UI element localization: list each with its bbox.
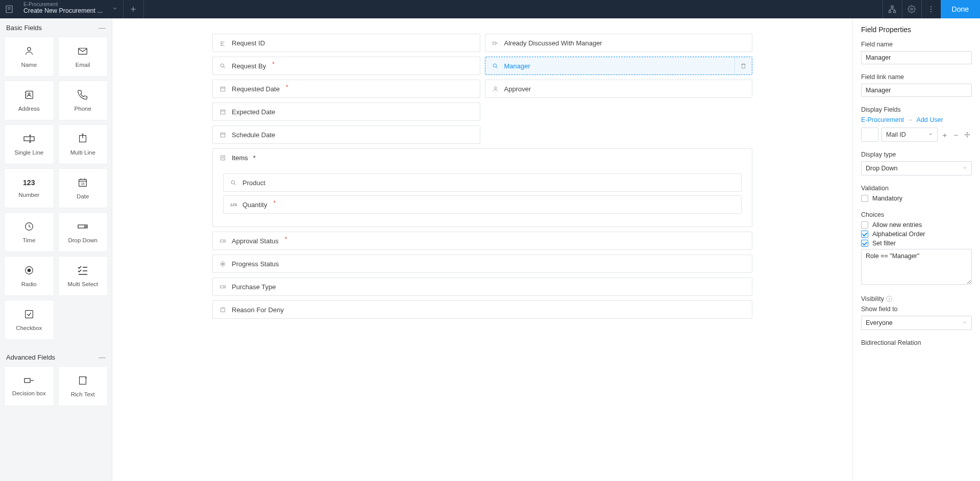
info-icon[interactable]: i [886, 296, 892, 302]
breadcrumb-target[interactable]: Add User [917, 116, 943, 123]
show-to-select[interactable]: Everyone [861, 316, 972, 330]
palette-tile-email[interactable]: Email [58, 37, 108, 77]
palette-tile-dropdown[interactable]: Drop Down [58, 212, 108, 252]
advanced-fields-header[interactable]: Advanced Fields — [0, 348, 112, 366]
allow-new-checkbox[interactable] [861, 221, 868, 229]
field-link-input[interactable] [861, 84, 972, 97]
subform-items[interactable]: Items* Product 123 Quantity* [212, 148, 752, 227]
subform-icon [219, 154, 227, 162]
palette-tile-address[interactable]: Address [4, 81, 54, 120]
field-link-label: Field link name [861, 73, 972, 81]
workflow-icon[interactable] [883, 0, 902, 18]
svg-rect-6 [889, 11, 891, 12]
add-tab-button[interactable] [124, 0, 144, 18]
display-type-label: Display type [861, 151, 972, 158]
move-display-field-button[interactable] [963, 131, 971, 139]
palette-tile-multiselect[interactable]: Multi Select [58, 256, 108, 296]
number-icon: 123 [230, 201, 237, 209]
field-approver[interactable]: Approver [485, 80, 753, 98]
field-approval-status[interactable]: Approval Status* [212, 232, 752, 250]
svg-text:15: 15 [81, 182, 85, 186]
more-icon[interactable] [921, 0, 941, 18]
display-type-select[interactable]: Drop Down [861, 161, 972, 175]
field-purchase-type[interactable]: Purchase Type [212, 277, 752, 296]
bidir-label: Bidirectional Relation [861, 339, 972, 346]
alphabetical-checkbox[interactable] [861, 231, 868, 238]
alphabetical-label: Alphabetical Order [872, 231, 925, 238]
mandatory-label: Mandatory [872, 195, 902, 202]
validation-label: Validation [861, 185, 972, 192]
palette-tile-number[interactable]: 123 Number [4, 168, 54, 208]
field-manager[interactable]: Manager [485, 57, 753, 75]
svg-line-70 [234, 184, 236, 185]
field-name-label: Field name [861, 41, 972, 48]
palette-tile-decision-box[interactable]: Decision box [4, 366, 54, 406]
svg-rect-53 [493, 42, 496, 44]
field-request-by[interactable]: Request By* [212, 57, 480, 75]
svg-rect-64 [220, 133, 225, 137]
lookup-icon [219, 62, 227, 70]
mandatory-checkbox[interactable] [861, 195, 868, 202]
dropdown-icon [219, 237, 227, 245]
advanced-fields-label: Advanced Fields [6, 353, 55, 361]
field-product[interactable]: Product [223, 173, 742, 192]
filter-textarea[interactable]: Role == "Manager" [861, 249, 972, 285]
field-request-id[interactable]: Request ID [212, 34, 480, 52]
multiline-icon [219, 306, 227, 314]
field-expected-date[interactable]: Expected Date [212, 103, 480, 121]
number-icon [219, 39, 227, 47]
palette-tile-checkbox[interactable]: Checkbox [4, 300, 54, 340]
palette-tile-rich-text[interactable]: Rich Text [58, 366, 108, 406]
svg-rect-23 [24, 137, 34, 141]
field-quantity[interactable]: 123 Quantity* [223, 195, 742, 214]
dropdown-icon [219, 283, 227, 291]
breadcrumb-app[interactable]: E-Procurement [861, 116, 904, 123]
field-requested-date[interactable]: Requested Date* [212, 80, 480, 98]
field-name-input[interactable] [861, 51, 972, 64]
display-field-select[interactable]: Mail ID [881, 128, 938, 142]
svg-point-52 [221, 45, 222, 45]
palette-tile-name[interactable]: Name [4, 37, 54, 77]
remove-display-field-button[interactable]: − [952, 131, 960, 139]
palette-tile-multi-line[interactable]: Multi Line [58, 124, 108, 164]
palette-tile-single-line[interactable]: Single Line [4, 124, 54, 164]
app-name: E-Procurement [23, 2, 103, 7]
svg-rect-43 [25, 311, 33, 318]
palette-tile-date[interactable]: 15 Date [58, 168, 108, 208]
palette-tile-radio[interactable]: Radio [4, 256, 54, 296]
svg-rect-66 [221, 156, 225, 160]
display-field-box[interactable] [861, 128, 878, 142]
chevron-down-icon[interactable] [112, 6, 118, 13]
visibility-label: Visibility i [861, 295, 972, 302]
user-icon [492, 85, 499, 93]
svg-rect-62 [220, 110, 225, 114]
chevron-down-icon [962, 319, 967, 326]
field-discussed-manager[interactable]: Already Discussed With Manager [485, 34, 753, 52]
collapse-icon[interactable]: — [99, 353, 106, 361]
choices-label: Choices [861, 211, 972, 218]
field-palette: Basic Fields — Name Email Address Phone [0, 18, 112, 481]
svg-point-15 [930, 11, 932, 12]
page-tab[interactable]: E-Procurement Create New Procurement ... [18, 0, 124, 18]
basic-fields-label: Basic Fields [6, 24, 42, 32]
svg-rect-44 [24, 378, 30, 383]
gear-icon[interactable] [902, 0, 921, 18]
properties-title: Field Properties [861, 26, 972, 34]
field-progress-status[interactable]: Progress Status [212, 255, 752, 273]
svg-rect-46 [80, 377, 86, 385]
svg-point-61 [494, 87, 496, 89]
set-filter-checkbox[interactable] [861, 240, 868, 247]
palette-tile-phone[interactable]: Phone [58, 81, 108, 120]
date-icon [219, 108, 227, 116]
palette-tile-time[interactable]: Time [4, 212, 54, 252]
collapse-icon[interactable]: — [99, 23, 106, 32]
basic-fields-header[interactable]: Basic Fields — [0, 18, 112, 37]
svg-rect-59 [220, 87, 225, 91]
svg-point-19 [28, 93, 30, 95]
svg-point-14 [930, 9, 932, 10]
add-display-field-button[interactable]: + [941, 131, 949, 139]
delete-field-button[interactable] [734, 57, 752, 74]
field-schedule-date[interactable]: Schedule Date [212, 125, 480, 144]
done-button[interactable]: Done [941, 0, 980, 18]
field-reason-deny[interactable]: Reason For Deny [212, 300, 752, 319]
